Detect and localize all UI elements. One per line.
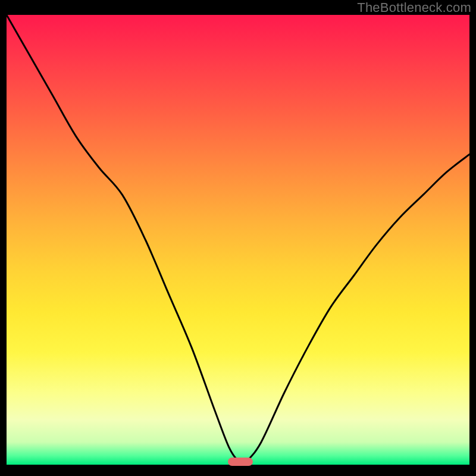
bottleneck-curve xyxy=(7,15,469,462)
curve-svg xyxy=(7,15,469,465)
optimal-marker xyxy=(228,458,253,466)
watermark-text: TheBottleneck.com xyxy=(357,0,471,15)
chart-container: TheBottleneck.com xyxy=(0,0,476,476)
plot-area xyxy=(7,15,469,465)
